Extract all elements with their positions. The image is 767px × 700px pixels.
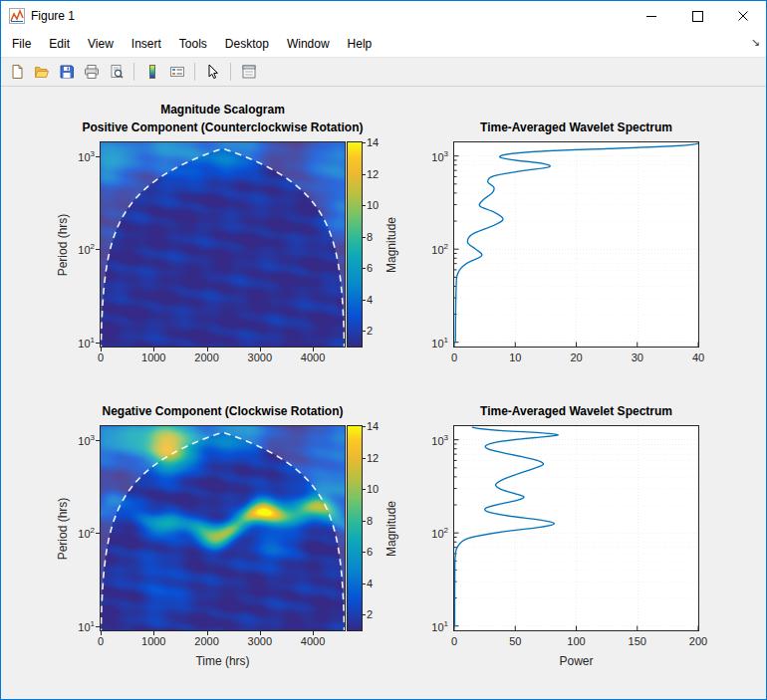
x-tick-label: 2000 xyxy=(194,351,218,363)
colorbar-tick-label: 6 xyxy=(367,262,373,274)
x-tickmark xyxy=(313,348,314,351)
close-button[interactable] xyxy=(720,1,766,31)
scalogram-negative-colorbar xyxy=(347,425,363,631)
titlebar: Figure 1 xyxy=(1,1,766,31)
x-tick-label: 20 xyxy=(570,351,582,363)
y-tickmark xyxy=(96,626,100,627)
colorbar-tick-label: 8 xyxy=(367,231,373,243)
x-tick-label: 3000 xyxy=(248,635,272,647)
colorbar-tick-label: 4 xyxy=(367,578,373,589)
plot-title: Negative Component (Clockwise Rotation) xyxy=(102,404,343,418)
colorbar-tickmark xyxy=(362,583,366,584)
x-tick-label: 50 xyxy=(509,635,521,647)
x-tick-label: 40 xyxy=(692,351,704,363)
x-axis-label: Power xyxy=(559,654,593,668)
colorbar-label: Magnitude xyxy=(384,500,398,556)
menu-item-window[interactable]: Window xyxy=(278,33,339,55)
colorbar-tick-label: 10 xyxy=(367,199,379,211)
close-icon xyxy=(738,11,748,21)
colorbar-tickmark xyxy=(362,331,366,332)
figure-icon xyxy=(9,8,25,24)
colorbar-label: Magnitude xyxy=(384,216,398,272)
menu-item-desktop[interactable]: Desktop xyxy=(216,33,278,55)
maximize-button[interactable] xyxy=(674,1,720,31)
insert-colorbar-icon[interactable] xyxy=(140,61,163,83)
y-tick-label: 101 xyxy=(78,336,95,350)
y-tick-label: 103 xyxy=(431,149,448,163)
toolbar-separator xyxy=(194,63,195,81)
menu-bar: FileEditViewInsertToolsDesktopWindowHelp… xyxy=(1,31,766,57)
colorbar-tick-label: 4 xyxy=(367,294,373,306)
colorbar-tick-label: 14 xyxy=(367,420,379,432)
spectrum-negative-canvas[interactable] xyxy=(453,425,699,631)
colorbar-tickmark xyxy=(362,458,366,459)
x-tickmark xyxy=(207,348,208,351)
colorbar-tickmark xyxy=(362,300,366,301)
print-figure-icon[interactable] xyxy=(80,61,103,83)
menu-item-edit[interactable]: Edit xyxy=(40,33,79,55)
colorbar-tickmark xyxy=(362,268,366,269)
x-tickmark xyxy=(313,631,314,635)
menu-item-tools[interactable]: Tools xyxy=(170,33,216,55)
x-tick-label: 0 xyxy=(98,351,104,363)
colorbar-tickmark xyxy=(362,614,366,615)
y-tick-label: 101 xyxy=(431,336,448,350)
y-axis-label: Period (hrs) xyxy=(56,497,70,560)
edit-plot-icon[interactable] xyxy=(201,61,224,83)
menu-item-insert[interactable]: Insert xyxy=(123,33,170,55)
x-tickmark xyxy=(101,631,102,635)
x-tickmark xyxy=(153,348,154,351)
x-tick-label: 3000 xyxy=(248,351,272,363)
scalogram-negative-canvas[interactable] xyxy=(100,425,346,631)
menu-item-help[interactable]: Help xyxy=(339,33,382,55)
x-tick-label: 0 xyxy=(451,635,457,647)
x-tickmark xyxy=(153,631,154,635)
menu-item-file[interactable]: File xyxy=(3,33,40,55)
colorbar-tickmark xyxy=(362,237,366,238)
colorbar-tick-label: 2 xyxy=(367,608,373,620)
x-tickmark xyxy=(260,631,261,635)
x-tick-label: 100 xyxy=(567,635,585,647)
y-tick-label: 102 xyxy=(431,526,448,540)
figure-toolbar xyxy=(1,57,766,87)
colorbar-tickmark xyxy=(362,142,366,143)
figure-area: Magnitude ScalogramPositive Component (C… xyxy=(1,87,766,699)
colorbar-tick-label: 12 xyxy=(367,168,379,180)
x-tick-label: 4000 xyxy=(301,351,325,363)
x-tick-label: 150 xyxy=(629,635,646,647)
y-tick-label: 101 xyxy=(78,619,95,633)
y-tick-label: 102 xyxy=(78,242,95,256)
colorbar-tick-label: 6 xyxy=(367,546,373,558)
x-tick-label: 200 xyxy=(689,635,707,647)
window-title: Figure 1 xyxy=(31,9,75,23)
menu-item-view[interactable]: View xyxy=(79,33,123,55)
y-tickmark xyxy=(96,533,100,534)
y-tick-label: 102 xyxy=(431,242,448,256)
y-tick-label: 103 xyxy=(78,149,95,163)
save-figure-icon[interactable] xyxy=(55,61,78,83)
property-inspector-icon[interactable] xyxy=(237,61,260,83)
y-tick-label: 102 xyxy=(78,526,95,540)
y-axis-label: Period (hrs) xyxy=(56,213,70,276)
colorbar-tickmark xyxy=(362,205,366,206)
x-tick-label: 30 xyxy=(632,351,643,363)
colorbar-tickmark xyxy=(362,552,366,553)
new-figure-icon[interactable] xyxy=(5,61,28,83)
x-tick-label: 0 xyxy=(98,635,104,647)
maximize-icon xyxy=(692,11,703,22)
plot-title: Positive Component (Counterclockwise Rot… xyxy=(82,120,363,134)
minimize-button[interactable] xyxy=(629,1,674,31)
y-tick-label: 101 xyxy=(431,619,448,633)
scalogram-positive-colorbar xyxy=(347,141,363,348)
scalogram-positive-canvas[interactable] xyxy=(100,141,346,348)
spectrum-positive-canvas[interactable] xyxy=(453,141,699,348)
x-tick-label: 2000 xyxy=(194,635,218,647)
print-preview-icon[interactable] xyxy=(105,61,128,83)
colorbar-tickmark xyxy=(362,521,366,522)
matlab-figure-window: Figure 1 FileEditViewInsertToolsDesktopW… xyxy=(0,0,767,700)
insert-legend-icon[interactable] xyxy=(165,61,188,83)
dock-figure-icon[interactable]: ↘ xyxy=(751,36,760,49)
y-tickmark xyxy=(96,156,100,157)
x-tick-label: 10 xyxy=(509,351,521,363)
open-file-icon[interactable] xyxy=(30,61,53,83)
